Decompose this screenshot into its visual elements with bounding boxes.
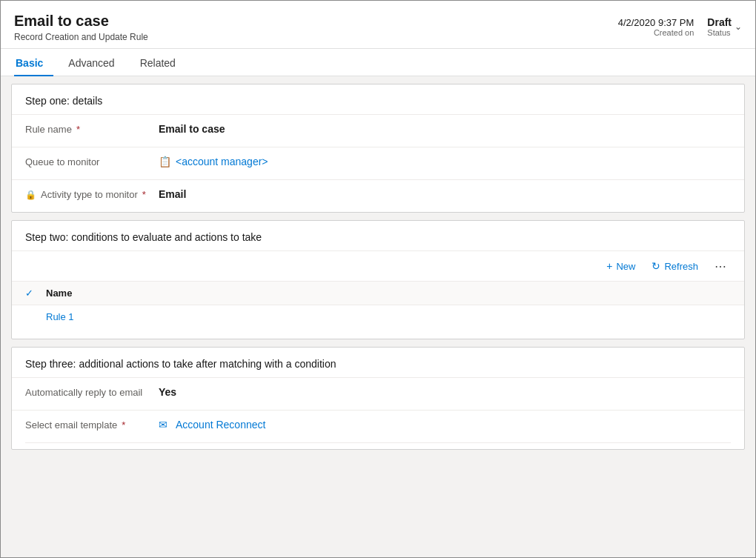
table-row: Rule 1	[12, 305, 744, 328]
rule-1-link[interactable]: Rule 1	[46, 311, 74, 322]
status-value: Draft	[707, 16, 732, 28]
record-type: Record Creation and Update Rule	[14, 32, 148, 42]
bottom-divider	[25, 442, 731, 449]
rule-name-value: Email to case	[159, 122, 731, 135]
auto-reply-label: Automatically reply to email	[25, 385, 159, 398]
refresh-icon: ↻	[651, 260, 660, 272]
queue-label: Queue to monitor	[25, 155, 159, 167]
queue-icon: 📋	[159, 156, 171, 167]
lock-icon: 🔒	[25, 190, 36, 200]
queue-to-monitor-row: Queue to monitor 📋 <account manager>	[12, 147, 744, 179]
step-two-title: Step two: conditions to evaluate and act…	[12, 221, 744, 250]
required-indicator: *	[122, 419, 125, 431]
status-label: Status	[707, 28, 732, 37]
email-template-value[interactable]: ✉ Account Reconnect	[159, 418, 731, 431]
step-three-title: Step three: additional actions to take a…	[12, 348, 744, 377]
created-date: 4/2/2020 9:37 PM	[618, 17, 694, 28]
queue-value[interactable]: 📋 <account manager>	[159, 155, 731, 167]
header-right: 4/2/2020 9:37 PM Created on Draft Status…	[618, 16, 742, 37]
required-indicator: *	[142, 189, 146, 200]
refresh-button[interactable]: ↻ Refresh	[647, 257, 703, 275]
email-template-label: Select email template *	[25, 418, 159, 431]
status-area: Draft Status ⌄	[707, 16, 742, 37]
activity-type-row: 🔒 Activity type to monitor * Email	[12, 179, 744, 212]
tab-bar: Basic Advanced Related	[1, 49, 755, 76]
tab-related[interactable]: Related	[139, 50, 186, 76]
main-content: Step one: details Rule name * Email to c…	[1, 76, 755, 557]
step-one-title: Step one: details	[12, 84, 744, 114]
rule-name-label: Rule name *	[25, 122, 159, 135]
rule-name-row: Rule name * Email to case	[12, 114, 744, 147]
tab-basic[interactable]: Basic	[14, 50, 53, 76]
check-col: ✓	[25, 288, 46, 299]
auto-reply-row: Automatically reply to email Yes	[12, 377, 744, 410]
activity-type-label: 🔒 Activity type to monitor *	[25, 187, 159, 200]
email-template-icon: ✉	[159, 419, 168, 431]
main-window: Email to case Record Creation and Update…	[0, 0, 756, 558]
auto-reply-value: Yes	[159, 385, 731, 398]
activity-type-value: Email	[159, 187, 731, 200]
header-left: Email to case Record Creation and Update…	[14, 11, 148, 42]
plus-icon: +	[606, 260, 612, 272]
step-one-card: Step one: details Rule name * Email to c…	[11, 84, 745, 213]
more-options-button[interactable]: ⋯	[710, 258, 731, 275]
header: Email to case Record Creation and Update…	[1, 1, 755, 49]
header-meta: 4/2/2020 9:37 PM Created on	[618, 17, 694, 37]
step-two-actions: + New ↻ Refresh ⋯	[12, 250, 744, 281]
name-column-header: Name	[46, 288, 72, 299]
required-indicator: *	[76, 124, 80, 135]
new-button[interactable]: + New	[602, 257, 640, 275]
step-three-card: Step three: additional actions to take a…	[11, 347, 745, 450]
record-title: Email to case	[14, 11, 148, 30]
created-label: Created on	[618, 28, 694, 37]
tab-advanced[interactable]: Advanced	[67, 50, 125, 76]
check-icon: ✓	[25, 288, 33, 299]
table-header: ✓ Name	[12, 281, 744, 305]
email-template-row: Select email template * ✉ Account Reconn…	[12, 410, 744, 442]
status-chevron-icon[interactable]: ⌄	[735, 21, 742, 32]
step-two-card: Step two: conditions to evaluate and act…	[11, 220, 745, 339]
